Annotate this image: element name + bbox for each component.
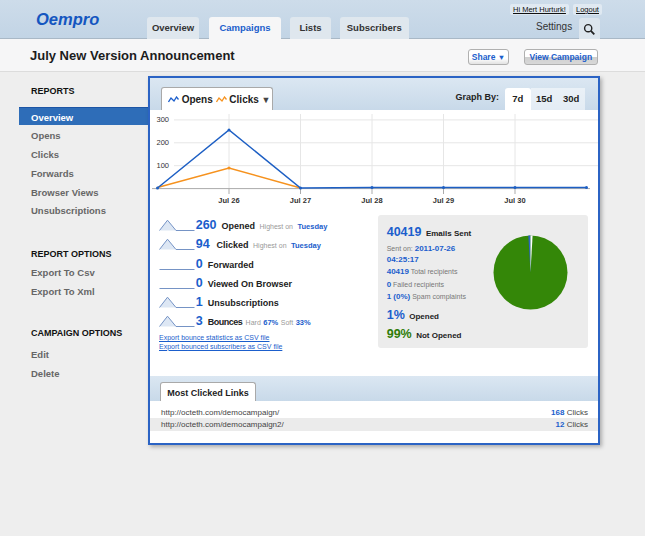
svg-text:200: 200 xyxy=(156,138,169,147)
svg-text:Jul 30: Jul 30 xyxy=(504,196,525,205)
svg-text:Jul 28: Jul 28 xyxy=(361,196,382,205)
svg-text:Jul 29: Jul 29 xyxy=(433,196,454,205)
svg-text:300: 300 xyxy=(156,115,169,124)
svg-text:100: 100 xyxy=(156,161,169,170)
svg-text:Jul 27: Jul 27 xyxy=(290,196,311,205)
svg-text:Jul 26: Jul 26 xyxy=(218,196,239,205)
